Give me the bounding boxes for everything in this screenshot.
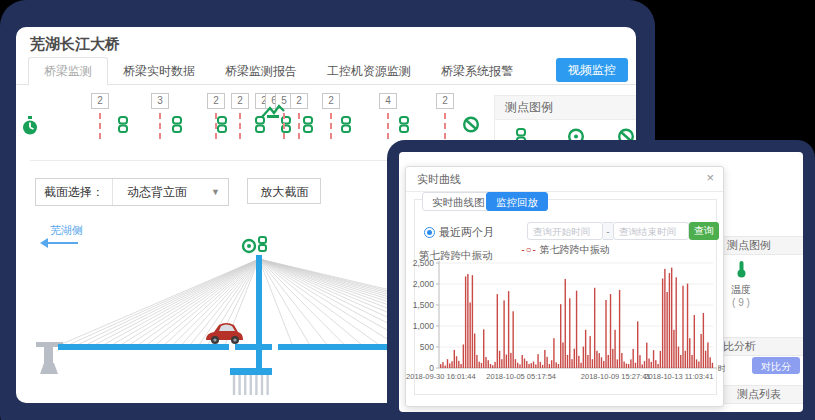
chain-link-icon[interactable] [259,237,266,251]
compare-analysis-button[interactable]: 对比分析 [752,357,800,374]
bar [608,355,609,368]
bar [447,359,448,368]
sensor-marker-line [387,113,389,139]
bar [698,361,699,368]
bar [578,356,579,368]
sensor-marker-line [99,113,101,139]
tab-realtime-curve[interactable]: 实时曲线图 [422,192,495,211]
sensor-count-badge: 2 [231,93,249,109]
bar [646,343,647,368]
bar [510,353,511,368]
x-tick-label: 2018-09-30 16:01:44 [406,372,476,381]
bar [632,349,633,368]
query-button[interactable]: 查询 [689,222,719,240]
no-entry-icon[interactable] [463,116,480,137]
bar [499,351,500,368]
y-tick-label: 500 [420,342,434,352]
main-tab-4[interactable]: 桥梁系统报警 [426,58,528,85]
bar [519,364,520,368]
main-tab-0[interactable]: 桥梁监测 [28,57,108,86]
bar [483,329,484,368]
bar [666,292,667,368]
chain-link-icon[interactable] [340,116,353,137]
chain-link-icon[interactable] [280,116,293,137]
legend-marker: -○- [521,244,537,255]
realtime-curve-modal: 实时曲线 × 实时曲线图 监控回放 最近两个月 - 查询 -○- 第七跨跨中振动… [405,166,724,407]
bar [515,359,516,368]
bar [472,275,473,368]
bar [531,363,532,368]
bar [614,330,615,368]
main-tab-2[interactable]: 桥梁监测报告 [210,58,312,85]
bar [655,360,656,368]
bar [522,355,523,368]
enlarge-section-button[interactable]: 放大截面 [247,178,321,204]
bar [601,357,602,368]
bar [562,342,563,368]
x-axis-title: 时间 [718,364,725,373]
sensor-count-badge: 2 [436,93,454,109]
bar [542,365,543,368]
bar [671,268,672,368]
chain-link-icon[interactable] [216,116,229,137]
radio-last-two-months[interactable] [424,227,435,238]
sensor-count-badge: 4 [379,93,397,109]
close-icon[interactable]: × [706,171,714,185]
bar [463,344,464,368]
bar [694,315,695,368]
thermometer-icon [736,260,747,278]
bar [481,363,482,368]
bar [637,321,638,368]
chain-link-icon[interactable] [302,116,315,137]
chain-link-icon[interactable] [398,116,411,137]
bar [490,364,491,368]
bar [533,361,534,368]
tab-monitor-playback[interactable]: 监控回放 [486,192,548,211]
sensor-marker-line [283,113,285,139]
stopwatch-icon[interactable] [22,116,38,140]
sensor-marker-line [298,113,300,139]
bar [676,277,677,368]
bar [583,347,584,368]
video-monitor-button[interactable]: 视频监控 [556,58,628,82]
date-range-separator: - [603,222,613,240]
end-time-input[interactable] [613,222,689,240]
overlay-window: 测点图例 温度 ( 9 ) 对比分析 对比分析 测点列表 [399,152,803,412]
bar [454,350,455,368]
bar [497,294,498,368]
bar [569,298,570,368]
chain-link-icon[interactable] [171,116,184,137]
temperature-count: ( 9 ) [721,297,761,308]
caret-down-icon[interactable]: ▼ [211,187,228,197]
bar [555,362,556,368]
anemometer-icon[interactable] [243,240,255,252]
bar [558,364,559,368]
car [206,323,243,344]
bar [567,355,568,368]
bar [700,334,701,368]
bar [544,350,545,368]
chart-bars [440,268,713,368]
bar [680,355,681,368]
section-select[interactable]: 动态背立面 [113,184,211,201]
start-time-input[interactable] [527,222,603,240]
main-tab-3[interactable]: 工控机资源监测 [312,58,426,85]
legend-item-temperature[interactable]: 温度 ( 9 ) [721,260,761,308]
main-tab-1[interactable]: 桥梁实时数据 [108,58,210,85]
chain-link-icon[interactable] [117,116,130,137]
sensor-count-badge: 2 [290,93,308,109]
bar [440,364,441,368]
sensor-marker-line [444,113,446,139]
bar [599,353,600,368]
bar [451,361,452,368]
y-tick-label: 2,000 [413,279,435,289]
bar [517,363,518,368]
bar [678,347,679,368]
bar [460,364,461,368]
bar [508,291,509,368]
bar [628,364,629,368]
bar [576,291,577,368]
bar [664,269,665,368]
overlay-window-frame: 测点图例 温度 ( 9 ) 对比分析 对比分析 测点列表 [387,140,815,420]
bar [565,279,566,368]
